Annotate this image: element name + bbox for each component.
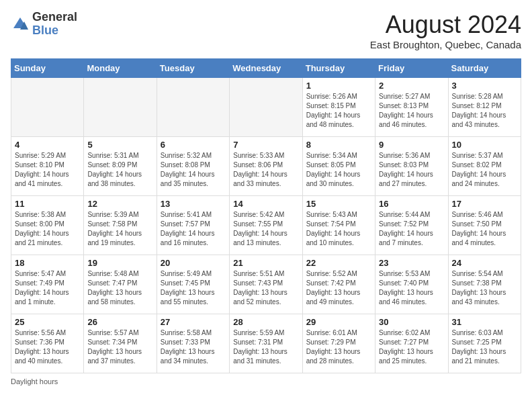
- calendar-cell: [11, 78, 84, 137]
- day-info: Sunrise: 5:33 AMSunset: 8:06 PMDaylight:…: [233, 151, 298, 189]
- calendar-cell: 5Sunrise: 5:31 AMSunset: 8:09 PMDaylight…: [84, 137, 157, 196]
- day-number: 19: [87, 258, 152, 268]
- day-info: Sunrise: 5:48 AMSunset: 7:47 PMDaylight:…: [87, 269, 152, 307]
- calendar-cell: 3Sunrise: 5:28 AMSunset: 8:12 PMDaylight…: [448, 78, 521, 137]
- day-number: 30: [379, 317, 444, 327]
- day-number: 21: [233, 258, 298, 268]
- day-number: 14: [233, 199, 298, 209]
- day-header-wednesday: Wednesday: [230, 59, 302, 78]
- calendar-cell: 12Sunrise: 5:39 AMSunset: 7:58 PMDayligh…: [84, 196, 157, 255]
- footer: Daylight hours: [11, 377, 521, 385]
- day-number: 4: [15, 140, 80, 150]
- day-header-friday: Friday: [375, 59, 448, 78]
- calendar-cell: 30Sunrise: 6:02 AMSunset: 7:27 PMDayligh…: [375, 314, 448, 373]
- day-info: Sunrise: 5:57 AMSunset: 7:34 PMDaylight:…: [87, 328, 152, 366]
- week-row-4: 18Sunrise: 5:47 AMSunset: 7:49 PMDayligh…: [11, 255, 521, 314]
- day-number: 1: [306, 81, 371, 91]
- day-number: 18: [15, 258, 80, 268]
- location: East Broughton, Quebec, Canada: [370, 39, 521, 50]
- logo-blue-text: Blue: [32, 24, 58, 37]
- calendar-cell: [157, 78, 229, 137]
- day-info: Sunrise: 5:28 AMSunset: 8:12 PMDaylight:…: [452, 92, 517, 130]
- calendar-cell: 7Sunrise: 5:33 AMSunset: 8:06 PMDaylight…: [230, 137, 302, 196]
- day-number: 27: [161, 317, 226, 327]
- calendar-cell: 11Sunrise: 5:38 AMSunset: 8:00 PMDayligh…: [11, 196, 84, 255]
- calendar-cell: [230, 78, 302, 137]
- day-info: Sunrise: 5:26 AMSunset: 8:15 PMDaylight:…: [306, 92, 371, 130]
- day-info: Sunrise: 5:43 AMSunset: 7:54 PMDaylight:…: [306, 210, 371, 248]
- calendar-cell: 26Sunrise: 5:57 AMSunset: 7:34 PMDayligh…: [84, 314, 157, 373]
- days-header-row: SundayMondayTuesdayWednesdayThursdayFrid…: [11, 59, 521, 78]
- day-number: 12: [87, 199, 152, 209]
- calendar-cell: 4Sunrise: 5:29 AMSunset: 8:10 PMDaylight…: [11, 137, 84, 196]
- day-number: 5: [87, 140, 152, 150]
- week-row-2: 4Sunrise: 5:29 AMSunset: 8:10 PMDaylight…: [11, 137, 521, 196]
- day-info: Sunrise: 5:52 AMSunset: 7:42 PMDaylight:…: [306, 269, 371, 307]
- day-info: Sunrise: 5:36 AMSunset: 8:03 PMDaylight:…: [379, 151, 444, 189]
- day-info: Sunrise: 5:59 AMSunset: 7:31 PMDaylight:…: [233, 328, 298, 366]
- day-number: 17: [452, 199, 517, 209]
- day-info: Sunrise: 5:32 AMSunset: 8:08 PMDaylight:…: [161, 151, 226, 189]
- day-number: 28: [233, 317, 298, 327]
- day-number: 15: [306, 199, 371, 209]
- day-number: 25: [15, 317, 80, 327]
- daylight-label: Daylight hours: [11, 377, 58, 385]
- calendar-cell: 15Sunrise: 5:43 AMSunset: 7:54 PMDayligh…: [302, 196, 375, 255]
- day-info: Sunrise: 5:47 AMSunset: 7:49 PMDaylight:…: [15, 269, 80, 307]
- day-header-tuesday: Tuesday: [157, 59, 229, 78]
- day-number: 24: [452, 258, 517, 268]
- day-number: 20: [161, 258, 226, 268]
- day-info: Sunrise: 5:39 AMSunset: 7:58 PMDaylight:…: [87, 210, 152, 248]
- day-info: Sunrise: 6:02 AMSunset: 7:27 PMDaylight:…: [379, 328, 444, 366]
- logo-general-text: General: [32, 10, 77, 24]
- calendar-cell: 17Sunrise: 5:46 AMSunset: 7:50 PMDayligh…: [448, 196, 521, 255]
- day-number: 23: [379, 258, 444, 268]
- week-row-5: 25Sunrise: 5:56 AMSunset: 7:36 PMDayligh…: [11, 314, 521, 373]
- day-info: Sunrise: 5:37 AMSunset: 8:02 PMDaylight:…: [452, 151, 517, 189]
- day-info: Sunrise: 5:38 AMSunset: 8:00 PMDaylight:…: [15, 210, 80, 248]
- calendar-cell: 19Sunrise: 5:48 AMSunset: 7:47 PMDayligh…: [84, 255, 157, 314]
- calendar-cell: 2Sunrise: 5:27 AMSunset: 8:13 PMDaylight…: [375, 78, 448, 137]
- calendar-cell: 13Sunrise: 5:41 AMSunset: 7:57 PMDayligh…: [157, 196, 229, 255]
- calendar-cell: 25Sunrise: 5:56 AMSunset: 7:36 PMDayligh…: [11, 314, 84, 373]
- calendar-cell: 18Sunrise: 5:47 AMSunset: 7:49 PMDayligh…: [11, 255, 84, 314]
- day-number: 26: [87, 317, 152, 327]
- day-info: Sunrise: 5:58 AMSunset: 7:33 PMDaylight:…: [161, 328, 226, 366]
- day-info: Sunrise: 5:41 AMSunset: 7:57 PMDaylight:…: [161, 210, 226, 248]
- day-number: 8: [306, 140, 371, 150]
- day-number: 10: [452, 140, 517, 150]
- calendar-cell: 1Sunrise: 5:26 AMSunset: 8:15 PMDaylight…: [302, 78, 375, 137]
- day-number: 13: [161, 199, 226, 209]
- calendar-cell: [84, 78, 157, 137]
- calendar-cell: 8Sunrise: 5:34 AMSunset: 8:05 PMDaylight…: [302, 137, 375, 196]
- day-info: Sunrise: 5:31 AMSunset: 8:09 PMDaylight:…: [87, 151, 152, 189]
- logo-icon: [11, 15, 30, 34]
- month-year: August 2024: [370, 11, 521, 39]
- day-header-thursday: Thursday: [302, 59, 375, 78]
- calendar-cell: 22Sunrise: 5:52 AMSunset: 7:42 PMDayligh…: [302, 255, 375, 314]
- day-number: 16: [379, 199, 444, 209]
- calendar-cell: 14Sunrise: 5:42 AMSunset: 7:55 PMDayligh…: [230, 196, 302, 255]
- calendar-cell: 24Sunrise: 5:54 AMSunset: 7:38 PMDayligh…: [448, 255, 521, 314]
- day-number: 2: [379, 81, 444, 91]
- day-info: Sunrise: 5:54 AMSunset: 7:38 PMDaylight:…: [452, 269, 517, 307]
- day-info: Sunrise: 5:51 AMSunset: 7:43 PMDaylight:…: [233, 269, 298, 307]
- day-info: Sunrise: 5:44 AMSunset: 7:52 PMDaylight:…: [379, 210, 444, 248]
- day-info: Sunrise: 6:03 AMSunset: 7:25 PMDaylight:…: [452, 328, 517, 366]
- calendar-cell: 9Sunrise: 5:36 AMSunset: 8:03 PMDaylight…: [375, 137, 448, 196]
- calendar-cell: 16Sunrise: 5:44 AMSunset: 7:52 PMDayligh…: [375, 196, 448, 255]
- day-info: Sunrise: 5:56 AMSunset: 7:36 PMDaylight:…: [15, 328, 80, 366]
- day-header-saturday: Saturday: [448, 59, 521, 78]
- day-number: 31: [452, 317, 517, 327]
- day-number: 22: [306, 258, 371, 268]
- calendar-cell: 29Sunrise: 6:01 AMSunset: 7:29 PMDayligh…: [302, 314, 375, 373]
- calendar-cell: 23Sunrise: 5:53 AMSunset: 7:40 PMDayligh…: [375, 255, 448, 314]
- calendar-cell: 21Sunrise: 5:51 AMSunset: 7:43 PMDayligh…: [230, 255, 302, 314]
- day-header-monday: Monday: [84, 59, 157, 78]
- week-row-3: 11Sunrise: 5:38 AMSunset: 8:00 PMDayligh…: [11, 196, 521, 255]
- day-info: Sunrise: 5:53 AMSunset: 7:40 PMDaylight:…: [379, 269, 444, 307]
- day-info: Sunrise: 6:01 AMSunset: 7:29 PMDaylight:…: [306, 328, 371, 366]
- day-info: Sunrise: 5:29 AMSunset: 8:10 PMDaylight:…: [15, 151, 80, 189]
- day-info: Sunrise: 5:27 AMSunset: 8:13 PMDaylight:…: [379, 92, 444, 130]
- calendar-cell: 28Sunrise: 5:59 AMSunset: 7:31 PMDayligh…: [230, 314, 302, 373]
